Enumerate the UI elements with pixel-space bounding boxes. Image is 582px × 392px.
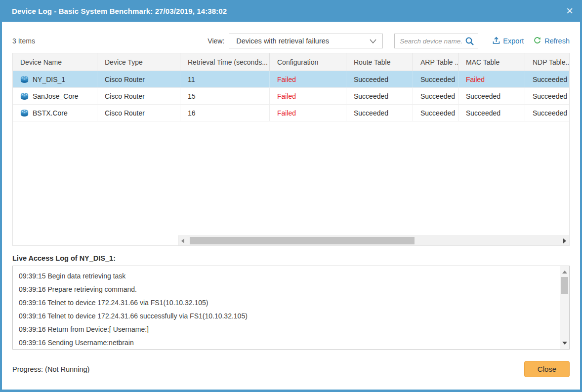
dialog-close-icon[interactable]: ×	[566, 5, 573, 17]
scroll-right-icon[interactable]	[563, 238, 566, 243]
refresh-label: Refresh	[544, 37, 570, 45]
mac-table-status-cell: Failed	[458, 71, 525, 87]
vertical-scrollbar[interactable]	[560, 266, 569, 349]
search-icon[interactable]	[465, 37, 474, 48]
router-device-icon	[20, 109, 29, 117]
search-input[interactable]	[395, 34, 462, 48]
device-name-cell: NY_DIS_1	[13, 71, 97, 87]
route-table-status-cell: Succeeded	[346, 71, 413, 87]
dialog-body: 3 Items View: Devices with retrieval fai…	[2, 22, 580, 390]
ndp-table-status-cell: Succeeded	[525, 71, 569, 87]
search-box	[394, 34, 478, 48]
scroll-up-icon[interactable]	[562, 271, 567, 274]
col-header-ndp-table[interactable]: NDP Table...	[525, 53, 569, 71]
arp-table-status-cell: Succeeded	[413, 88, 458, 104]
scroll-left-icon[interactable]	[181, 238, 184, 243]
horizontal-scrollbar-thumb[interactable]	[190, 237, 415, 244]
ndp-table-status-cell: Succeeded	[525, 88, 569, 104]
progress-status-label: Progress: (Not Running)	[12, 365, 89, 373]
live-access-log-title: Live Access Log of NY_DIS_1:	[12, 254, 570, 262]
configuration-status-cell: Failed	[270, 88, 346, 104]
table-header-row: Device Name Device Type Retrieval Time (…	[13, 53, 569, 71]
configuration-status-cell: Failed	[270, 105, 346, 121]
log-line: 09:39:16 Return from Device:[ Username:]	[19, 323, 553, 336]
refresh-button[interactable]: Refresh	[533, 36, 570, 46]
chevron-down-icon	[370, 37, 376, 45]
view-label: View:	[208, 37, 224, 45]
export-icon	[493, 37, 500, 46]
close-button[interactable]: Close	[524, 361, 570, 377]
retrieval-time-cell: 11	[180, 71, 270, 87]
device-name-cell: SanJose_Core	[13, 88, 97, 104]
ndp-table-status-cell: Succeeded	[525, 105, 569, 121]
arp-table-status-cell: Succeeded	[413, 71, 458, 87]
dialog-title: Device Log - Basic System Benchmark: 27/…	[12, 7, 227, 15]
view-dropdown[interactable]: Devices with retrieval failures	[229, 34, 383, 48]
table-row[interactable]: BSTX.Core Cisco Router 16 Failed Succeed…	[13, 105, 569, 121]
log-line: 09:39:16 Prepare retrieving command.	[19, 283, 553, 296]
items-count-label: 3 Items	[12, 37, 35, 45]
mac-table-status-cell: Succeeded	[458, 88, 525, 104]
table-row[interactable]: SanJose_Core Cisco Router 15 Failed Succ…	[13, 88, 569, 105]
horizontal-scrollbar[interactable]	[178, 235, 569, 245]
mac-table-status-cell: Succeeded	[458, 105, 525, 121]
device-type-cell: Cisco Router	[97, 105, 180, 121]
live-access-log-panel: 09:39:15 Begin data retrieving task 09:3…	[12, 266, 570, 350]
col-header-configuration[interactable]: Configuration	[270, 53, 346, 71]
retrieval-time-cell: 16	[180, 105, 270, 121]
router-device-icon	[20, 76, 29, 83]
device-type-cell: Cisco Router	[97, 88, 180, 104]
col-header-device-type[interactable]: Device Type	[97, 53, 180, 71]
log-lines: 09:39:15 Begin data retrieving task 09:3…	[13, 266, 569, 350]
toolbar: 3 Items View: Devices with retrieval fai…	[12, 34, 570, 48]
dialog-footer: Progress: (Not Running) Close	[12, 361, 570, 377]
route-table-status-cell: Succeeded	[346, 105, 413, 121]
log-line: 09:39:16 Telnet to device 172.24.31.66 s…	[19, 310, 553, 323]
log-line: 09:39:15 Begin data retrieving task	[19, 270, 553, 283]
log-line: 09:39:16 Sending Username:netbrain	[19, 336, 553, 350]
col-header-device-name[interactable]: Device Name	[13, 53, 97, 71]
device-type-cell: Cisco Router	[97, 71, 180, 87]
col-header-route-table[interactable]: Route Table	[346, 53, 413, 71]
device-table: Device Name Device Type Retrieval Time (…	[12, 53, 570, 246]
dialog-titlebar: Device Log - Basic System Benchmark: 27/…	[0, 0, 582, 22]
col-header-retrieval-time[interactable]: Retrieval Time (seconds...	[180, 53, 270, 71]
configuration-status-cell: Failed	[270, 71, 346, 87]
scroll-down-icon[interactable]	[562, 342, 567, 345]
export-label: Export	[503, 37, 524, 45]
refresh-icon	[533, 36, 541, 46]
arp-table-status-cell: Succeeded	[413, 105, 458, 121]
device-log-dialog: Device Log - Basic System Benchmark: 27/…	[0, 0, 582, 392]
log-line: 09:39:16 Telnet to device 172.24.31.66 v…	[19, 296, 553, 310]
export-button[interactable]: Export	[493, 37, 524, 46]
table-row[interactable]: NY_DIS_1 Cisco Router 11 Failed Succeede…	[13, 71, 569, 88]
device-name-cell: BSTX.Core	[13, 105, 97, 121]
toolbar-right: View: Devices with retrieval failures	[208, 34, 570, 48]
view-dropdown-value: Devices with retrieval failures	[236, 37, 329, 45]
vertical-scrollbar-thumb[interactable]	[561, 277, 568, 294]
router-device-icon	[20, 92, 29, 100]
retrieval-time-cell: 15	[180, 88, 270, 104]
col-header-mac-table[interactable]: MAC Table	[458, 53, 525, 71]
col-header-arp-table[interactable]: ARP Table ...	[413, 53, 458, 71]
route-table-status-cell: Succeeded	[346, 88, 413, 104]
